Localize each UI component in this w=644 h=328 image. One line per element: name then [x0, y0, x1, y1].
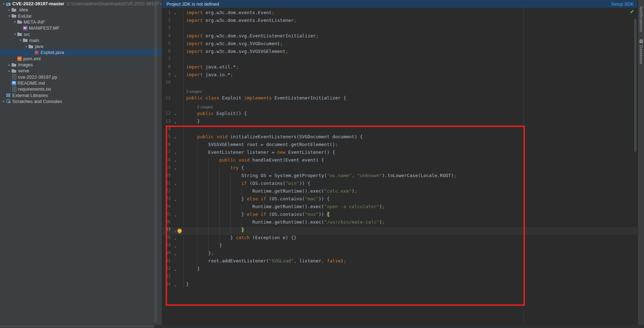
- tree-item-manifest-mf[interactable]: MFMANIFEST.MF: [0, 25, 162, 31]
- bottom-scrollbar-track[interactable]: [0, 325, 644, 328]
- fold-marker-icon[interactable]: ▴: [172, 72, 178, 80]
- code-line-16[interactable]: 16 SVGSVGElement root = document.getRoot…: [162, 142, 637, 150]
- fold-marker-icon[interactable]: ▴: [172, 243, 178, 250]
- indent-guide: [241, 204, 242, 212]
- usages-hint-text[interactable]: 3 usages: [197, 103, 213, 111]
- tree-item-exploit-java[interactable]: Exploit.java: [0, 49, 162, 55]
- code-line-2[interactable]: 2import org.w3c.dom.events.EventListener…: [162, 18, 637, 25]
- inspections-ok-check-icon[interactable]: ✔: [630, 8, 634, 15]
- tree-item-external-libraries[interactable]: External Libraries: [0, 92, 162, 98]
- xml-icon: <>: [17, 56, 22, 61]
- code-line-22[interactable]: 22 Runtime.getRuntime().exec("calc.exe")…: [162, 188, 637, 196]
- editor-vertical-scrollbar[interactable]: [634, 19, 637, 152]
- chevron-down-icon[interactable]: ▾: [13, 20, 17, 24]
- tree-item-eviljar[interactable]: ▾EvilJar: [0, 13, 162, 19]
- code-line-10[interactable]: 10: [162, 80, 637, 87]
- code-line-25[interactable]: 25▴ } else if (OS.contains("nux")) {: [162, 212, 637, 219]
- chevron-down-icon[interactable]: ▾: [7, 14, 12, 18]
- tree-item-readme-md[interactable]: MDREADME.md: [0, 80, 162, 86]
- code-line-30[interactable]: 30▴ };: [162, 250, 637, 258]
- code-line-13[interactable]: 13▴ }: [162, 119, 637, 126]
- code-line-20[interactable]: 20 String OS = System.getProperty("os.na…: [162, 173, 637, 181]
- fold-marker-icon[interactable]: ▾: [172, 157, 178, 165]
- fold-marker-icon[interactable]: ▴: [172, 250, 178, 258]
- code-line-5[interactable]: 5import org.w3c.dom.svg.SVGDocument;: [162, 41, 637, 49]
- code-line-12[interactable]: 12▾ public Exploit() {: [162, 111, 637, 119]
- fold-marker-icon[interactable]: ▴: [172, 196, 178, 204]
- folder-root-icon: [6, 1, 11, 6]
- code-line-33[interactable]: 33: [162, 274, 637, 281]
- fold-marker-icon[interactable]: ▾: [172, 150, 178, 157]
- usages-inlay[interactable]: 3 usages: [162, 103, 637, 111]
- code-line-24[interactable]: 24 Runtime.getRuntime().exec("open -a ca…: [162, 204, 637, 212]
- fold-marker-icon[interactable]: ▾: [172, 181, 178, 188]
- chevron-right-icon[interactable]: ▸: [1, 99, 6, 103]
- tool-button-notifications[interactable]: Notifications: [638, 6, 644, 32]
- chevron-down-icon[interactable]: ▾: [13, 32, 17, 36]
- code-line-11[interactable]: 11public class Exploit implements EventL…: [162, 95, 637, 103]
- code-line-14[interactable]: 14: [162, 126, 637, 134]
- tool-button-database[interactable]: Database: [638, 40, 644, 65]
- tree-item-meta-inf[interactable]: ▾META-INF: [0, 19, 162, 25]
- chevron-right-icon[interactable]: ▸: [7, 69, 12, 73]
- fold-marker-icon[interactable]: ▾: [172, 10, 178, 18]
- project-tree-scrollbar[interactable]: [154, 1, 157, 322]
- setup-sdk-link[interactable]: Setup SDK: [611, 1, 634, 7]
- fold-marker-icon[interactable]: ▴: [172, 266, 178, 274]
- fold-marker-icon[interactable]: ▾: [172, 134, 178, 142]
- tree-item-java[interactable]: ▾java: [0, 43, 162, 49]
- code-line-28[interactable]: 28▴ } catch (Exception e) {}: [162, 235, 637, 243]
- code-line-3[interactable]: 3: [162, 25, 637, 33]
- code-editor[interactable]: 1▾import org.w3c.dom.events.Event;2impor…: [162, 0, 637, 325]
- code-line-26[interactable]: 26 Runtime.getRuntime().exec("/usr/bin/m…: [162, 219, 637, 227]
- code-line-27[interactable]: 27▴ }: [162, 227, 637, 235]
- tree-item-cve-2022-39197-master[interactable]: ▾CVE-2022-39197-masterC:\Users\admin\Dow…: [0, 1, 162, 7]
- code-line-8[interactable]: 8import java.util.*;: [162, 64, 637, 72]
- tree-item-pom-xml[interactable]: <>pom.xml: [0, 56, 162, 62]
- code-line-1[interactable]: 1▾import org.w3c.dom.events.Event;: [162, 10, 637, 18]
- code-line-7[interactable]: 7: [162, 56, 637, 64]
- usages-hint-text[interactable]: 3 usages: [186, 87, 202, 95]
- fold-marker-icon[interactable]: ▾: [172, 165, 178, 173]
- fold-marker-icon[interactable]: ▴: [172, 119, 178, 126]
- code-line-18[interactable]: 18▾ public void handleEvent(Event event)…: [162, 157, 637, 165]
- fold-marker-icon[interactable]: ▴: [172, 212, 178, 219]
- bottom-scrollbar-thumb[interactable]: [0, 325, 154, 328]
- tree-item-src[interactable]: ▾src: [0, 31, 162, 37]
- line-number: 32: [162, 266, 171, 274]
- tree-item-requirements-txt[interactable]: requirements.txt: [0, 86, 162, 92]
- code-line-9[interactable]: 9▴import java.io.*;: [162, 72, 637, 80]
- code-line-17[interactable]: 17▾ EventListener listener = new EventLi…: [162, 150, 637, 157]
- line-number: 19: [162, 165, 171, 173]
- code-line-19[interactable]: 19▾ try {: [162, 165, 637, 173]
- code-line-15[interactable]: 15▾ public void initializeEventListeners…: [162, 134, 637, 142]
- tree-item-main[interactable]: ▾main: [0, 37, 162, 43]
- tree-item-serve[interactable]: ▸serve: [0, 68, 162, 74]
- line-number: 24: [162, 204, 171, 212]
- fold-marker-icon[interactable]: ▴: [172, 281, 178, 289]
- tree-item-cve-2022-39197-py[interactable]: cve-2022-39197.py: [0, 74, 162, 80]
- code-text: EventListener listener = new EventListen…: [186, 150, 335, 157]
- chevron-right-icon[interactable]: ▸: [7, 8, 12, 12]
- code-line-6[interactable]: 6import org.w3c.dom.svg.SVGSVGElement;: [162, 49, 637, 56]
- code-line-29[interactable]: 29▴ }: [162, 243, 637, 250]
- code-line-31[interactable]: 31 root.addEventListener("SVGLoad", list…: [162, 258, 637, 266]
- tree-item-scratches-and-consoles[interactable]: ▸Scratches and Consoles: [0, 98, 162, 104]
- chevron-down-icon[interactable]: ▾: [24, 45, 29, 48]
- fold-marker-icon[interactable]: ▾: [172, 111, 178, 119]
- line-number: 6: [162, 49, 171, 56]
- code-text: import java.util.*;: [186, 64, 239, 72]
- chevron-right-icon[interactable]: ▸: [7, 63, 12, 67]
- tree-item-images[interactable]: ▸images: [0, 62, 162, 68]
- chevron-down-icon[interactable]: ▾: [18, 38, 23, 42]
- fold-marker-icon[interactable]: ▴: [172, 235, 178, 243]
- tree-item-idea[interactable]: ▸.idea: [0, 7, 162, 13]
- intention-bulb-icon[interactable]: [178, 229, 182, 233]
- code-line-32[interactable]: 32▴ }: [162, 266, 637, 274]
- project-tool-window[interactable]: ▾CVE-2022-39197-masterC:\Users\admin\Dow…: [0, 0, 162, 325]
- code-line-21[interactable]: 21▾ if (OS.contains("win")) {: [162, 181, 637, 188]
- code-line-4[interactable]: 4import org.w3c.dom.svg.EventListenerIni…: [162, 33, 637, 41]
- usages-inlay[interactable]: 3 usages: [162, 87, 637, 95]
- code-line-23[interactable]: 23▴ } else if (OS.contains("mac")) {: [162, 196, 637, 204]
- code-line-34[interactable]: 34▴}: [162, 281, 637, 289]
